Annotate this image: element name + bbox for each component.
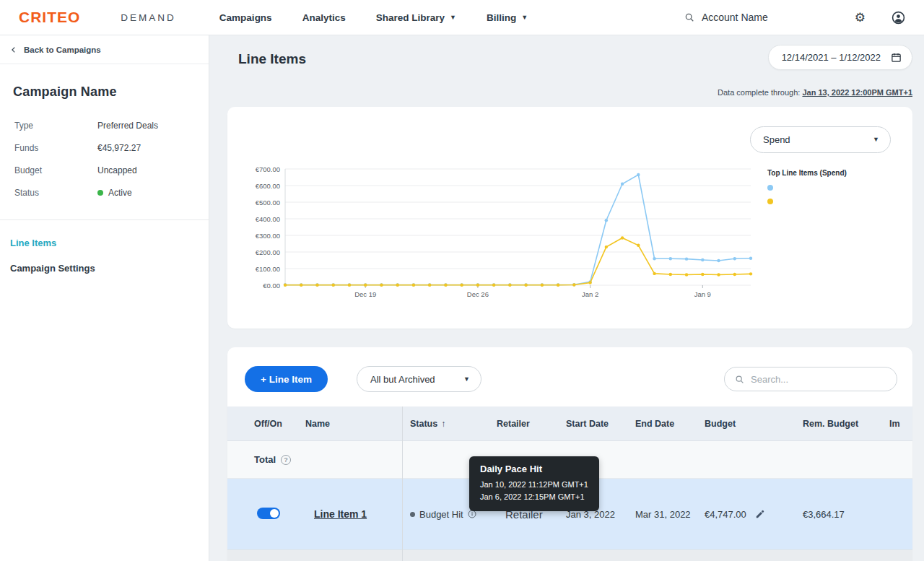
active-status-dot <box>97 190 103 196</box>
campaign-name-heading: Campaign Name <box>13 84 196 100</box>
search-icon <box>735 375 744 384</box>
criteo-logo[interactable]: CRITEO <box>19 9 80 26</box>
data-complete-timestamp[interactable]: Jan 13, 2022 12:00PM GMT+1 <box>802 88 912 97</box>
column-header-rem-budget[interactable]: Rem. Budget <box>803 419 889 429</box>
search-icon <box>684 12 694 22</box>
status-value: Active <box>108 188 132 198</box>
chevron-down-icon: ▼ <box>873 136 879 143</box>
detail-label: Funds <box>14 143 97 153</box>
sidebar-item-campaign-settings[interactable]: Campaign Settings <box>0 256 209 281</box>
campaign-detail-budget: Budget Uncapped <box>0 159 209 181</box>
line-item-link[interactable]: Line Item 1 <box>314 508 367 520</box>
svg-text:€0.00: €0.00 <box>263 282 280 290</box>
tooltip-title: Daily Pace Hit <box>480 464 588 474</box>
budget-hit-status-dot <box>410 512 415 517</box>
table-header-row: Off/On Name Status ↑ Retailer Start Date… <box>227 406 912 441</box>
svg-text:€400.00: €400.00 <box>256 215 280 223</box>
detail-value: Preferred Deals <box>97 121 158 131</box>
svg-text:€700.00: €700.00 <box>256 165 280 173</box>
data-complete-prefix: Data complete through: <box>718 88 800 97</box>
edit-budget-pencil-icon[interactable] <box>755 509 765 519</box>
campaign-sidebar: Back to Campaigns Campaign Name Type Pre… <box>0 35 209 561</box>
column-header-impressions[interactable]: Im <box>889 419 912 429</box>
column-header-name[interactable]: Name <box>305 419 410 429</box>
chevron-down-icon: ▼ <box>463 376 470 383</box>
sidebar-item-line-items[interactable]: Line Items <box>0 230 209 256</box>
date-range-picker[interactable]: 12/14/2021 – 1/12/2022 <box>768 45 912 70</box>
partial-next-row <box>227 549 912 561</box>
metric-select-dropdown[interactable]: Spend ▼ <box>750 126 891 153</box>
sort-ascending-icon: ↑ <box>441 419 445 429</box>
table-search <box>724 367 897 391</box>
date-range-value: 12/14/2021 – 1/12/2022 <box>782 52 881 63</box>
back-label: Back to Campaigns <box>24 45 101 54</box>
rem-budget-cell: €3,664.17 <box>803 509 889 520</box>
add-line-item-button[interactable]: + Line Item <box>245 366 328 392</box>
toggle-knob <box>270 509 279 518</box>
column-header-end-date[interactable]: End Date <box>635 419 705 429</box>
nav-analytics[interactable]: Analytics <box>302 12 346 23</box>
column-header-off-on[interactable]: Off/On <box>254 419 305 429</box>
back-to-campaigns-link[interactable]: Back to Campaigns <box>0 35 209 64</box>
settings-gear-icon[interactable]: ⚙ <box>855 10 866 25</box>
status-label: Budget Hit <box>419 509 463 520</box>
main-content: Line Items 12/14/2021 – 1/12/2022 Data c… <box>209 35 924 561</box>
tooltip-line: Jan 10, 2022 11:12PM GMT+1 <box>480 479 588 491</box>
budget-cell: €4,747.00 <box>705 509 803 520</box>
spend-chart: €0.00€100.00€200.00€300.00€400.00€500.00… <box>236 165 754 305</box>
data-complete-note: Data complete through: Jan 13, 2022 12:0… <box>718 88 912 97</box>
svg-text:Dec 26: Dec 26 <box>467 290 489 298</box>
account-name: Account Name <box>702 12 768 23</box>
topbar: CRITEO DEMAND Campaigns Analytics Shared… <box>0 0 924 35</box>
filter-selected-value: All but Archived <box>370 374 435 385</box>
total-cell: Total ? <box>254 454 410 465</box>
total-label: Total <box>254 454 276 465</box>
column-header-retailer[interactable]: Retailer <box>497 419 566 429</box>
detail-label: Type <box>14 121 97 131</box>
detail-value: Active <box>97 188 132 198</box>
spend-chart-card: Spend ▼ €0.00€100.00€200.00€300.00€400.0… <box>227 107 912 329</box>
legend-title: Top Line Items (Spend) <box>767 169 905 177</box>
calendar-icon <box>891 52 902 63</box>
column-header-status-label: Status <box>410 419 437 429</box>
campaign-detail-funds: Funds €45,972.27 <box>0 136 209 159</box>
search-input[interactable] <box>751 374 886 385</box>
nav-billing-label: Billing <box>487 12 516 23</box>
sidebar-divider <box>0 219 209 220</box>
legend-dot[interactable] <box>767 185 773 191</box>
detail-label: Status <box>14 188 97 198</box>
help-icon[interactable]: ? <box>281 455 291 465</box>
svg-text:Jan 2: Jan 2 <box>582 290 598 298</box>
column-header-start-date[interactable]: Start Date <box>566 419 635 429</box>
metric-selected-value: Spend <box>763 134 790 145</box>
svg-text:€100.00: €100.00 <box>256 265 280 273</box>
chevron-down-icon: ▼ <box>521 14 528 21</box>
line-item-toggle[interactable] <box>257 508 280 519</box>
off-on-cell <box>254 508 305 521</box>
column-header-budget[interactable]: Budget <box>705 419 803 429</box>
name-cell: Line Item 1 <box>305 508 410 520</box>
budget-value: €4,747.00 <box>705 509 746 520</box>
nav-billing[interactable]: Billing ▼ <box>487 12 528 23</box>
legend-dot[interactable] <box>767 199 773 204</box>
svg-text:€300.00: €300.00 <box>256 232 280 240</box>
nav-campaigns[interactable]: Campaigns <box>219 12 272 23</box>
tooltip-line: Jan 6, 2022 12:15PM GMT+1 <box>480 491 588 503</box>
nav-shared-library[interactable]: Shared Library ▼ <box>376 12 456 23</box>
end-date-cell: Mar 31, 2022 <box>635 509 705 520</box>
campaign-detail-type: Type Preferred Deals <box>0 114 209 136</box>
detail-value: Uncapped <box>97 165 137 175</box>
chart-legend: Top Line Items (Spend) <box>767 169 905 204</box>
nav-analytics-label: Analytics <box>302 12 346 23</box>
detail-value: €45,972.27 <box>97 143 141 153</box>
campaign-detail-status: Status Active <box>0 181 209 204</box>
svg-text:Jan 9: Jan 9 <box>694 290 711 298</box>
archive-filter-dropdown[interactable]: All but Archived ▼ <box>357 366 481 392</box>
column-header-status[interactable]: Status ↑ <box>410 419 497 429</box>
topbar-right: Account Name ⚙ <box>684 10 905 25</box>
nav-campaigns-label: Campaigns <box>219 12 272 23</box>
user-avatar-icon[interactable] <box>892 11 905 25</box>
nav-shared-library-label: Shared Library <box>376 12 445 23</box>
account-search[interactable]: Account Name <box>684 12 768 23</box>
top-nav: Campaigns Analytics Shared Library ▼ Bil… <box>219 12 528 23</box>
